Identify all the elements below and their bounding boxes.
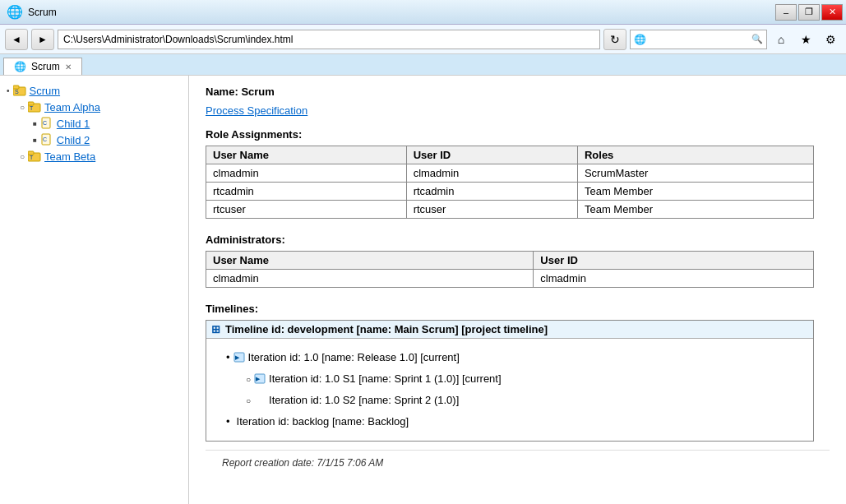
ti-sub-bullet-1: ○	[246, 372, 251, 386]
ti-sub-bullet-1-2: ○	[246, 394, 251, 408]
ti-text-2: Iteration id: backlog [name: Backlog]	[237, 413, 409, 431]
timeline-item-2: • Iteration id: backlog [name: Backlog]	[223, 411, 805, 432]
search-button[interactable]: 🔍	[748, 30, 766, 49]
refresh-button[interactable]: ↻	[603, 29, 626, 50]
table-cell: clmadmin	[206, 164, 407, 183]
sidebar-label-team-beta[interactable]: Team Beta	[44, 150, 95, 163]
table-row: clmadminclmadminScrumMaster	[206, 164, 814, 183]
role-assignments-heading: Role Assignments:	[206, 128, 830, 141]
bullet-child1: ■	[33, 120, 37, 127]
back-button[interactable]: ◄	[5, 29, 28, 50]
restore-button[interactable]: ❐	[798, 4, 820, 21]
window-title: Scrum	[28, 7, 57, 18]
tab-close-button[interactable]: ✕	[65, 62, 72, 72]
administrators-table: User Name User ID clmadminclmadmin	[206, 251, 814, 288]
folder-icon-team-alpha: T	[28, 100, 41, 113]
role-assignments-table: User Name User ID Roles clmadminclmadmin…	[206, 146, 814, 219]
timeline-plus-icon: ⊞	[211, 323, 220, 335]
report-footer: Report creation date: 7/1/15 7:06 AM	[206, 450, 830, 475]
table-row: rtcadminrtcadminTeam Member	[206, 183, 814, 201]
iter-icon-1: ▶	[233, 352, 245, 363]
favorites-button[interactable]: ★	[795, 29, 816, 50]
table-cell: rtcuser	[406, 201, 577, 219]
ra-col-userid: User ID	[406, 146, 577, 164]
timeline-subitems-1: ○ ▶ Iteration id: 1.0 S1 [name: Sprint 1…	[223, 368, 805, 411]
ti-sub-text-1-1: Iteration id: 1.0 S1 [name: Sprint 1 (1.…	[269, 370, 502, 388]
page-name-row: Name: Scrum	[206, 86, 830, 98]
tab-bar: 🌐 Scrum ✕	[0, 54, 846, 76]
folder-icon-scrum: S	[13, 84, 26, 97]
content-inner: Name: Scrum Process Specification Role A…	[189, 76, 846, 485]
svg-text:T: T	[30, 105, 34, 111]
table-cell: rtcuser	[206, 201, 407, 219]
name-label: Name:	[206, 86, 238, 98]
admin-col-username: User Name	[206, 252, 534, 270]
doc-icon-child2: C	[40, 133, 53, 146]
search-area: 🌐 🔍	[630, 30, 767, 49]
settings-button[interactable]: ⚙	[820, 29, 841, 50]
process-link[interactable]: Process Specification	[206, 104, 830, 117]
footer-text: Report creation date: 7/1/15 7:06 AM	[222, 457, 383, 469]
sidebar-label-child2[interactable]: Child 2	[57, 134, 90, 146]
address-input[interactable]	[58, 30, 600, 49]
ti-bullet-2: •	[226, 413, 230, 431]
home-button[interactable]: ⌂	[770, 29, 792, 50]
table-row: rtcuserrtcuserTeam Member	[206, 201, 814, 219]
bullet-child2: ■	[33, 136, 37, 144]
table-cell: rtcadmin	[406, 183, 577, 201]
ti-text-1: Iteration id: 1.0 [name: Release 1.0] [c…	[248, 349, 460, 367]
sidebar-item-child2[interactable]: ■ C Child 2	[3, 132, 185, 148]
sidebar-label-team-alpha[interactable]: Team Alpha	[44, 101, 100, 113]
sidebar-label-scrum[interactable]: Scrum	[30, 85, 61, 97]
tab-ie-icon: 🌐	[14, 61, 26, 72]
folder-icon-team-beta: T	[28, 150, 41, 163]
timeline-item-1: • ▶ Iteration id: 1.0 [name: Release 1.0…	[223, 347, 805, 368]
timeline-box: ⊞ Timeline id: development [name: Main S…	[206, 320, 814, 442]
timeline-subitem-1-2: ○ Iteration id: 1.0 S2 [name: Sprint 2 (…	[243, 390, 805, 411]
table-cell: Team Member	[577, 201, 813, 219]
sidebar-label-child1[interactable]: Child 1	[57, 118, 90, 130]
administrators-heading: Administrators:	[206, 234, 830, 246]
close-button[interactable]: ✕	[821, 4, 843, 21]
doc-icon-child1: C	[40, 117, 53, 130]
bullet-scrum: •	[7, 86, 10, 95]
bullet-team-alpha: ○	[20, 103, 25, 112]
sidebar: • S Scrum ○ T Team Alpha ■ C	[0, 76, 189, 504]
forward-button[interactable]: ►	[31, 29, 54, 50]
svg-text:S: S	[15, 89, 19, 95]
sidebar-item-scrum[interactable]: • S Scrum	[3, 82, 185, 99]
tab-label: Scrum	[31, 61, 60, 72]
table-cell: ScrumMaster	[577, 164, 813, 183]
timeline-subitem-1-1: ○ ▶ Iteration id: 1.0 S1 [name: Sprint 1…	[243, 368, 805, 390]
sidebar-item-child1[interactable]: ■ C Child 1	[3, 115, 185, 132]
table-cell: rtcadmin	[206, 183, 407, 201]
timeline-items: • ▶ Iteration id: 1.0 [name: Release 1.0…	[215, 344, 805, 436]
timeline-header-text: Timeline id: development [name: Main Scr…	[225, 323, 548, 335]
main-layout: • S Scrum ○ T Team Alpha ■ C	[0, 76, 846, 504]
timeline-header: ⊞ Timeline id: development [name: Main S…	[206, 321, 813, 339]
table-cell: clmadmin	[406, 164, 577, 183]
search-input[interactable]	[650, 34, 748, 45]
table-cell: Team Member	[577, 183, 813, 201]
bullet-team-beta: ○	[20, 152, 25, 161]
ra-col-username: User Name	[206, 146, 407, 164]
window-controls: – ❐ ✕	[775, 4, 846, 21]
table-cell: clmadmin	[534, 270, 814, 288]
ti-bullet-1: •	[226, 349, 230, 367]
sidebar-item-team-beta[interactable]: ○ T Team Beta	[3, 148, 185, 164]
minimize-button[interactable]: –	[775, 4, 797, 21]
name-value: Scrum	[241, 86, 274, 98]
sidebar-item-team-alpha[interactable]: ○ T Team Alpha	[3, 99, 185, 115]
timelines-heading: Timelines:	[206, 303, 830, 315]
admin-col-userid: User ID	[534, 252, 814, 270]
ra-col-roles: Roles	[577, 146, 813, 164]
svg-text:T: T	[30, 155, 34, 160]
ti-sub-text-1-2: Iteration id: 1.0 S2 [name: Sprint 2 (1.…	[269, 391, 459, 409]
ie-search-icon: 🌐	[631, 34, 650, 45]
tab-scrum[interactable]: 🌐 Scrum ✕	[3, 58, 82, 75]
table-cell: clmadmin	[206, 270, 534, 288]
address-bar: ◄ ► ↻ 🌐 🔍 ⌂ ★ ⚙	[0, 25, 846, 54]
window-chrome: 🌐 Scrum – ❐ ✕	[0, 0, 846, 25]
content-area: Name: Scrum Process Specification Role A…	[189, 76, 846, 504]
iter-icon-1-1: ▶	[254, 373, 266, 385]
